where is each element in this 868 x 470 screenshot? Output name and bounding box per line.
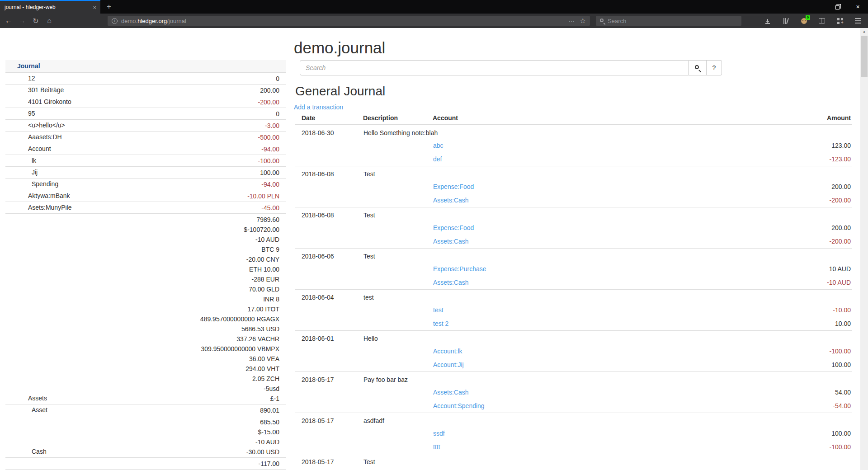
browser-search-field[interactable]: Search — [596, 16, 741, 26]
sidebar-account-link[interactable]: lk — [32, 157, 36, 164]
journal-link[interactable]: Journal — [17, 62, 40, 70]
menu-icon[interactable] — [854, 17, 862, 24]
back-icon[interactable]: ← — [2, 17, 15, 25]
posting-row: Account:Jij100.00 — [295, 358, 852, 371]
library-icon[interactable] — [782, 17, 789, 24]
balance-amount: ETH 10.00 — [127, 264, 279, 274]
sidebar-account-link[interactable]: 95 — [28, 110, 35, 117]
sidebar-account-link[interactable]: Asets:MunyPile — [28, 204, 71, 211]
close-button[interactable]: × — [848, 0, 868, 14]
sidebar-account-link[interactable]: 301 Beiträge — [28, 86, 64, 94]
posting-account-link[interactable]: tttt — [433, 443, 440, 451]
site-info-icon[interactable]: i — [112, 18, 118, 24]
scrollbar-thumb[interactable] — [861, 36, 868, 77]
url-path: /journal — [167, 18, 186, 24]
new-tab-button[interactable]: + — [102, 0, 116, 14]
page-actions-icon[interactable]: ⋯ — [569, 17, 576, 24]
account-name-cell: 12 — [5, 73, 127, 85]
search-button[interactable] — [689, 60, 707, 75]
sidebar-account-row: 301 Beiträge200.00 — [5, 85, 286, 96]
sidebar-toggle-icon[interactable] — [818, 17, 826, 24]
transaction-row[interactable]: 2018-06-01Hello — [295, 330, 852, 344]
posting-amount: -200.00 — [659, 235, 852, 248]
posting-account-link[interactable]: Assets:Cash — [433, 238, 469, 245]
url-domain: hledger.org — [137, 18, 167, 24]
accounts-sidebar: Journal 120301 Beiträge200.004101 Giroko… — [5, 60, 286, 470]
extension-icon[interactable]: 0 — [800, 17, 807, 24]
account-balance: -500.00 — [127, 132, 286, 143]
transaction-row[interactable]: 2018-06-04test — [295, 289, 852, 303]
posting-row: Expense:Food200.00 — [295, 180, 852, 193]
balance-amount: 890.01 — [127, 405, 279, 415]
scrollbar-up-arrow-icon[interactable]: ▲ — [860, 28, 868, 35]
posting-account-link[interactable]: Expense:Purchase — [433, 265, 486, 273]
posting-account-link[interactable]: Account:lk — [433, 348, 462, 355]
forward-icon[interactable]: → — [15, 17, 29, 25]
transaction-row[interactable]: 2018-06-08Test — [295, 166, 852, 180]
balance-amount: -500.00 — [127, 132, 279, 142]
sidebar-account-link[interactable]: 4101 Girokonto — [28, 98, 71, 105]
minimize-button[interactable] — [807, 0, 827, 14]
account-balance: -94.00 — [127, 179, 286, 190]
sidebar-account-link[interactable]: Spending — [32, 180, 58, 188]
bookmark-star-icon[interactable]: ☆ — [580, 17, 586, 25]
search-input[interactable] — [300, 60, 689, 75]
sidebar-account-link[interactable]: Aktywa:mBank — [28, 192, 70, 199]
tab-close-icon[interactable]: × — [93, 4, 96, 11]
browser-tab[interactable]: journal - hledger-web × — [0, 0, 100, 14]
account-name-cell: Assets — [5, 214, 127, 404]
balance-amount: $-15.00 — [127, 427, 279, 437]
url-bar[interactable]: i demo.hledger.org/journal ⋯ ☆ — [108, 16, 590, 26]
sidebar-account-link[interactable]: Assets — [28, 395, 47, 402]
sidebar-account-link[interactable]: <u>hello</u> — [28, 122, 65, 129]
posting-account-link[interactable]: Expense:Food — [433, 183, 474, 190]
posting-row: test 210.00 — [295, 317, 852, 330]
sidebar-account-link[interactable]: Aaasets:DH — [28, 133, 62, 141]
balance-amount: -200.00 — [127, 97, 279, 107]
sidebar-account-link[interactable]: 12 — [28, 75, 35, 82]
sidebar-account-row: Spending-94.00 — [5, 179, 286, 190]
posting-account-link[interactable]: ssdf — [433, 430, 445, 437]
sidebar-account-link[interactable]: Asset — [32, 406, 47, 414]
page-scrollbar[interactable]: ▲ — [860, 28, 868, 470]
transaction-row[interactable]: 2018-06-08Test — [295, 207, 852, 221]
highlights-grid-icon[interactable]: + — [836, 17, 844, 24]
posting-account-link[interactable]: Account:Jij — [433, 361, 464, 368]
download-icon[interactable] — [764, 17, 771, 24]
transaction-row[interactable]: 2018-06-30Hello Something note:blah — [295, 125, 852, 139]
sidebar-account-row: Asets:MunyPile-45.00 — [5, 202, 286, 214]
transaction-row[interactable]: 2018-06-06Test — [295, 248, 852, 262]
posting-account-link[interactable]: Account:Spending — [433, 402, 485, 409]
window-controls: × — [807, 0, 868, 14]
balance-amount: -94.00 — [127, 179, 279, 189]
posting-account-link[interactable]: abc — [433, 142, 443, 149]
sidebar-account-link[interactable]: Cash — [32, 448, 47, 455]
posting-account-link[interactable]: test 2 — [433, 320, 448, 327]
balance-amount: 294.00 VHT — [127, 364, 279, 374]
posting-account-link[interactable]: Assets:Cash — [433, 279, 469, 286]
posting-account-link[interactable]: Expense:Food — [433, 224, 474, 231]
posting-account-link[interactable]: Assets:Cash — [433, 389, 469, 396]
posting-row: Assets:Cash-10 AUD — [295, 276, 852, 289]
posting-amount: 10 AUD — [659, 262, 852, 276]
sidebar-account-link[interactable]: Jij — [32, 169, 38, 176]
posting-account-link[interactable]: Assets:Cash — [433, 197, 469, 204]
posting-amount: -100.00 — [659, 344, 852, 358]
help-button[interactable]: ? — [707, 60, 722, 75]
posting-account-link[interactable]: def — [433, 155, 442, 163]
home-icon[interactable]: ⌂ — [42, 17, 56, 25]
posting-account-link[interactable]: test — [433, 306, 443, 314]
reload-icon[interactable]: ↻ — [29, 17, 42, 25]
search-icon — [695, 65, 699, 69]
posting-amount: 200.00 — [659, 221, 852, 235]
tab-title: journal - hledger-web — [5, 4, 91, 10]
transaction-row[interactable]: 2018-05-17Test — [295, 454, 852, 468]
toolbar-icons: 0 + — [764, 14, 862, 28]
restore-button[interactable] — [827, 0, 848, 14]
account-balance: 200.00 — [127, 85, 286, 96]
sidebar-account-link[interactable]: Account — [28, 145, 51, 152]
transaction-row[interactable]: 2018-05-17Pay foo bar baz — [295, 371, 852, 385]
account-balance: -3.00 — [127, 120, 286, 132]
add-transaction-link[interactable]: Add a transaction — [294, 103, 343, 111]
transaction-row[interactable]: 2018-05-17asdfadf — [295, 413, 852, 427]
